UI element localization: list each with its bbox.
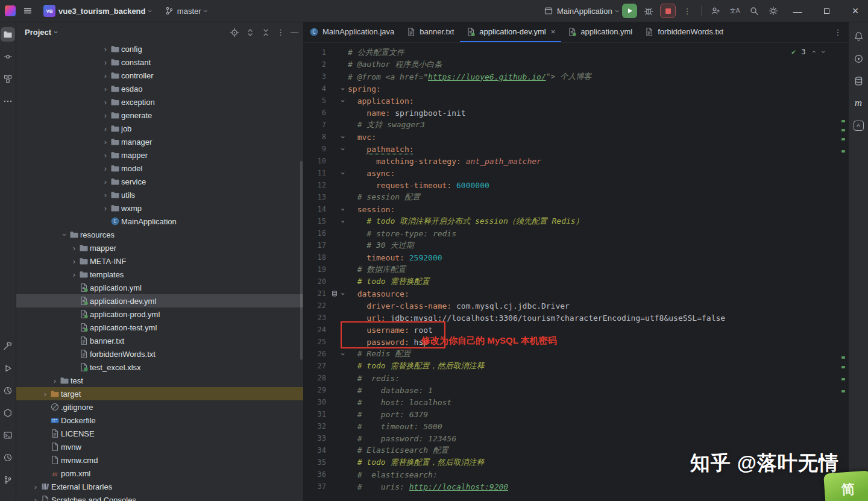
tab-mainapplication-java[interactable]: CMainApplication.java xyxy=(303,22,400,42)
code-line-3[interactable]: 3# @from <a href="https://luoye6.github.… xyxy=(303,71,848,83)
tab-forbiddenwords-txt[interactable]: forbiddenWords.txt xyxy=(638,22,729,42)
next-problem-icon[interactable]: › xyxy=(819,49,827,54)
structure-tool-button[interactable] xyxy=(1,72,15,86)
chevron-right-icon[interactable]: › xyxy=(34,496,37,501)
tree-item-job[interactable]: ›job xyxy=(16,122,303,135)
code-line-21[interactable]: 21› datasource: xyxy=(303,288,848,300)
tree-item-meta-inf[interactable]: ›META-INF xyxy=(16,254,303,268)
editor-body[interactable]: ✔ 3 › › 1# 公共配置文件2# @author 程序员小白条3# @fr… xyxy=(303,43,848,501)
minimize-button[interactable]: — xyxy=(785,0,810,22)
inspections-widget[interactable]: ✔ 3 › › xyxy=(791,48,825,56)
more-run-actions-button[interactable]: ⋮ xyxy=(679,4,695,18)
chevron-right-icon[interactable]: › xyxy=(44,390,46,398)
code-line-8[interactable]: 8› mvc: xyxy=(303,131,848,143)
close-tab-icon[interactable]: × xyxy=(551,27,556,36)
tree-item-application-test-yml[interactable]: application-test.yml xyxy=(16,321,303,334)
chevron-down-icon[interactable]: › xyxy=(61,233,69,236)
main-menu-icon[interactable] xyxy=(22,5,34,17)
code-line-37[interactable]: 37 # uris: http://localhost:9200 xyxy=(303,481,848,493)
close-button[interactable]: × xyxy=(843,0,868,22)
version-control-tool-button[interactable] xyxy=(1,473,15,487)
code-line-15[interactable]: 15› # todo 取消注释开启分布式 session（须先配置 Redis） xyxy=(303,215,848,227)
profiler-tool-button[interactable] xyxy=(1,383,15,398)
notifications-button[interactable] xyxy=(851,28,866,44)
code-line-5[interactable]: 5› application: xyxy=(303,95,848,107)
chevron-right-icon[interactable]: › xyxy=(104,165,107,172)
tab-application-yml[interactable]: application.yml xyxy=(561,22,638,42)
code-line-13[interactable]: 13 # session 配置 xyxy=(303,191,848,203)
branch-selector[interactable]: master › xyxy=(161,4,210,18)
tree-item-target[interactable]: ›target xyxy=(16,387,303,400)
code-line-4[interactable]: 4›spring: xyxy=(303,83,848,95)
prev-problem-icon[interactable]: › xyxy=(809,49,817,54)
expand-all-icon[interactable] xyxy=(245,28,255,37)
chevron-right-icon[interactable]: › xyxy=(104,151,107,159)
maximize-button[interactable] xyxy=(814,0,839,22)
code-line-12[interactable]: 12 request-timeout: 6000000 xyxy=(303,179,848,191)
tree-item-controller[interactable]: ›controller xyxy=(16,69,303,82)
datasource-gutter-icon[interactable] xyxy=(330,290,339,297)
code-line-14[interactable]: 14› session: xyxy=(303,203,848,215)
tree-item-config[interactable]: ›config xyxy=(16,42,303,55)
search-everywhere-button[interactable] xyxy=(746,4,762,18)
debug-button[interactable] xyxy=(641,4,656,18)
code-line-31[interactable]: 31 # port: 6379 xyxy=(303,408,848,420)
chevron-right-icon[interactable]: › xyxy=(104,58,107,66)
services-tool-button[interactable] xyxy=(1,406,15,420)
code-with-me-button[interactable] xyxy=(708,4,723,18)
tree-item-mapper[interactable]: ›mapper xyxy=(16,241,303,254)
fold-chevron-icon[interactable]: › xyxy=(339,207,347,212)
code-line-27[interactable]: 27 # todo 需替换配置，然后取消注释 xyxy=(303,360,848,372)
chevron-right-icon[interactable]: › xyxy=(34,483,37,491)
project-selector[interactable]: VB vue3_tourism_backend › xyxy=(40,2,155,19)
tree-item-dockerfile[interactable]: Dockerfile xyxy=(16,414,303,427)
tree-item-test[interactable]: ›test xyxy=(16,374,303,387)
build-tool-button[interactable] xyxy=(1,339,15,353)
fold-chevron-icon[interactable]: › xyxy=(339,147,347,151)
code-line-32[interactable]: 32 # timeout: 5000 xyxy=(303,420,848,432)
tree-item-generate[interactable]: ›generate xyxy=(16,109,303,122)
settings-button[interactable] xyxy=(766,4,781,18)
diff-marker[interactable] xyxy=(841,138,845,140)
tree-item-utils[interactable]: ›utils xyxy=(16,188,303,201)
code-line-11[interactable]: 11› async: xyxy=(303,167,848,179)
terminal-tool-button[interactable] xyxy=(1,428,15,443)
tree-item-scratches-and-consoles[interactable]: ›Scratches and Consoles xyxy=(16,493,303,501)
code-line-20[interactable]: 20 # todo 需替换配置 xyxy=(303,276,848,288)
chevron-right-icon[interactable]: › xyxy=(104,191,107,199)
ai-assistant-button[interactable] xyxy=(851,51,866,66)
chevron-right-icon[interactable]: › xyxy=(104,98,107,106)
chevron-right-icon[interactable]: › xyxy=(54,377,56,385)
code-line-1[interactable]: 1# 公共配置文件 xyxy=(303,46,848,58)
tree-item-mvnw-cmd[interactable]: mvnw.cmd xyxy=(16,453,303,467)
database-button[interactable] xyxy=(851,73,866,89)
chevron-right-icon[interactable]: › xyxy=(104,125,107,133)
code-line-19[interactable]: 19 # 数据库配置 xyxy=(303,263,848,276)
tree-item-wxmp[interactable]: ›wxmp xyxy=(16,201,303,215)
run-button[interactable] xyxy=(622,4,637,18)
locate-file-icon[interactable] xyxy=(230,28,239,37)
tree-item-test-excel-xlsx[interactable]: test_excel.xlsx xyxy=(16,361,303,374)
tree-item-constant[interactable]: ›constant xyxy=(16,55,303,69)
tree-item-manager[interactable]: ›manager xyxy=(16,135,303,148)
maven-button[interactable]: m xyxy=(851,95,866,111)
chevron-right-icon[interactable]: › xyxy=(73,257,75,265)
code-line-22[interactable]: 22 driver-class-name: com.mysql.cj.jdbc.… xyxy=(303,300,848,312)
tree-item-pom-xml[interactable]: mpom.xml xyxy=(16,467,303,480)
tab-application-dev-yml[interactable]: application-dev.yml× xyxy=(460,22,561,42)
diff-marker[interactable] xyxy=(841,129,845,131)
chevron-right-icon[interactable]: › xyxy=(104,112,107,119)
tree-item-forbiddenwords-txt[interactable]: forbiddenWords.txt xyxy=(16,347,303,361)
code-line-33[interactable]: 33 # password: 123456 xyxy=(303,432,848,444)
chevron-right-icon[interactable]: › xyxy=(104,178,107,186)
chevron-right-icon[interactable]: › xyxy=(104,85,107,93)
tree-item-mapper[interactable]: ›mapper xyxy=(16,148,303,162)
tree-item-banner-txt[interactable]: banner.txt xyxy=(16,334,303,347)
run-tool-button[interactable] xyxy=(1,361,15,376)
tree-item-external-libraries[interactable]: ›External Libraries xyxy=(16,480,303,493)
tree-item-application-yml[interactable]: application.yml xyxy=(16,281,303,294)
tree-item-service[interactable]: ›service xyxy=(16,175,303,188)
fold-chevron-icon[interactable]: › xyxy=(339,86,347,91)
code-line-16[interactable]: 16 # store-type: redis xyxy=(303,227,848,239)
commit-tool-button[interactable] xyxy=(1,49,15,64)
